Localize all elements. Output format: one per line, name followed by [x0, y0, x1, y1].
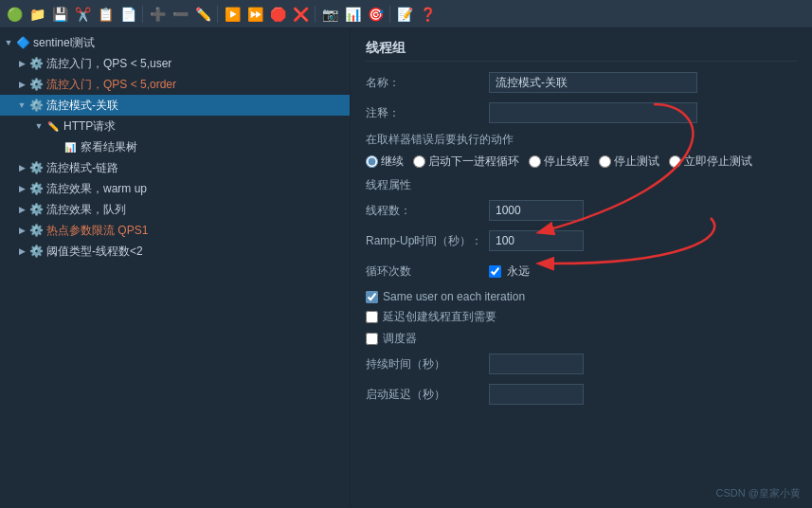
tree-arrow-flow-link: ▼: [15, 99, 28, 112]
tree-label-hotspot: 热点参数限流 QPS1: [46, 223, 148, 239]
error-action-title: 在取样器错误后要执行的动作: [366, 132, 797, 148]
tree-item-flow-chain[interactable]: ▶ ⚙️ 流控模式-链路: [0, 157, 350, 178]
tree-icon-sentinel: 🔷: [15, 35, 30, 50]
toolbar-icon-screenshot[interactable]: 📷: [319, 4, 340, 25]
main-container: ▼ 🔷 sentinel测试 ▶ ⚙️ 流控入门，QPS < 5,user ▶ …: [0, 28, 812, 508]
toolbar-icon-folder[interactable]: 📁: [27, 4, 47, 25]
toolbar: 🟢 📁 💾 ✂️ 📋 📄 ➕ ➖ ✏️ ▶️ ⏩ 🛑 ❌ 📷 📊 🎯 📝 ❓: [0, 0, 812, 28]
tree-item-result-tree[interactable]: ▶ 📊 察看结果树: [0, 136, 350, 157]
toolbar-icon-remove[interactable]: ➖: [170, 4, 190, 25]
rampup-label: Ramp-Up时间（秒）：: [366, 233, 489, 249]
radio-next-loop[interactable]: 启动下一进程循环: [413, 154, 519, 170]
tree-icon-warmup: ⚙️: [28, 181, 44, 196]
scheduler-checkbox[interactable]: [366, 333, 378, 345]
toolbar-icon-cut[interactable]: ✂️: [72, 4, 93, 25]
toolbar-icon-play[interactable]: ▶️: [222, 4, 243, 25]
comment-label: 注释：: [366, 105, 489, 121]
duration-label: 持续时间（秒）: [366, 356, 489, 372]
duration-row: 持续时间（秒）: [366, 353, 797, 375]
tree-label-result: 察看结果树: [81, 139, 137, 155]
tree-panel: ▼ 🔷 sentinel测试 ▶ ⚙️ 流控入门，QPS < 5,user ▶ …: [0, 28, 351, 508]
delay-create-checkbox[interactable]: [366, 311, 378, 323]
tree-item-flow-warmup[interactable]: ▶ ⚙️ 流控效果，warm up: [0, 178, 350, 199]
watermark: CSDN @皇家小黄: [716, 486, 801, 500]
name-label: 名称：: [366, 75, 489, 91]
radio-continue[interactable]: 继续: [366, 154, 404, 170]
start-delay-input[interactable]: [489, 384, 584, 405]
tree-label-qps-user: 流控入门，QPS < 5,user: [46, 56, 171, 72]
toolbar-icon-chart[interactable]: 📊: [342, 4, 363, 25]
tree-icon-qps-order: ⚙️: [28, 77, 44, 92]
toolbar-separator-3: [315, 6, 316, 23]
toolbar-icon-add[interactable]: ➕: [147, 4, 168, 25]
tree-arrow-queue: ▶: [15, 203, 28, 216]
toolbar-icon-paste[interactable]: 📄: [117, 4, 138, 25]
tree-arrow-threshold: ▶: [15, 245, 28, 258]
same-user-label[interactable]: Same user on each iteration: [383, 290, 525, 303]
thread-count-row: 线程数：: [366, 199, 797, 222]
error-action-options: 继续 启动下一进程循环 停止线程 停止测试 立即停止测试: [366, 154, 797, 170]
rampup-input[interactable]: [489, 230, 584, 251]
radio-stop-now[interactable]: 立即停止测试: [669, 154, 752, 170]
toolbar-icon-docs[interactable]: 📝: [394, 4, 415, 25]
thread-props-title: 线程属性: [366, 177, 797, 193]
tree-icon-http: ✏️: [45, 118, 61, 134]
tree-item-qps-order[interactable]: ▶ ⚙️ 流控入门，QPS < 5,order: [0, 74, 350, 95]
tree-icon-result: 📊: [63, 139, 78, 154]
thread-properties-section: 线程属性 线程数： Ramp-Up时间（秒）： 循环次数 永远: [366, 177, 797, 406]
same-user-checkbox[interactable]: [366, 291, 378, 303]
right-panel: 线程组 名称： 注释： 在取样器错误后要执行的动作 继续 启动下一进程循环: [351, 28, 812, 508]
start-delay-label: 启动延迟（秒）: [366, 387, 489, 403]
comment-row: 注释：: [366, 101, 797, 124]
comment-input[interactable]: [489, 102, 697, 123]
tree-item-sentinel[interactable]: ▼ 🔷 sentinel测试: [0, 32, 350, 53]
thread-count-input[interactable]: [489, 200, 584, 221]
toolbar-icon-help[interactable]: ❓: [417, 4, 438, 25]
tree-label-threshold: 阈值类型-线程数<2: [46, 244, 143, 260]
toolbar-separator-4: [389, 6, 390, 23]
name-row: 名称：: [366, 71, 797, 94]
tree-arrow-sentinel: ▼: [2, 36, 15, 49]
delay-create-label[interactable]: 延迟创建线程直到需要: [383, 309, 496, 325]
tree-icon-threshold: ⚙️: [28, 244, 44, 259]
scheduler-label[interactable]: 调度器: [383, 331, 417, 347]
toolbar-icon-fast-forward[interactable]: ⏩: [244, 4, 265, 25]
same-user-row[interactable]: Same user on each iteration: [366, 290, 797, 303]
tree-item-hotspot[interactable]: ▶ ⚙️ 热点参数限流 QPS1: [0, 220, 350, 241]
tree-icon-qps-user: ⚙️: [28, 56, 44, 71]
tree-arrow-qps-order: ▶: [15, 78, 28, 91]
duration-input[interactable]: [489, 354, 584, 374]
toolbar-icon-target[interactable]: 🎯: [365, 4, 386, 25]
toolbar-icon-edit[interactable]: ✏️: [192, 4, 213, 25]
toolbar-icon-run[interactable]: 🟢: [4, 4, 25, 25]
forever-label[interactable]: 永远: [507, 263, 530, 280]
tree-item-flow-queue[interactable]: ▶ ⚙️ 流控效果，队列: [0, 199, 350, 220]
toolbar-icon-save[interactable]: 💾: [49, 4, 70, 25]
tree-item-http-req[interactable]: ▼ ✏️ HTTP请求: [0, 116, 350, 136]
loop-label: 循环次数: [366, 263, 489, 280]
tree-arrow-qps-user: ▶: [15, 57, 28, 70]
tree-label-flow-link: 流控模式-关联: [46, 98, 118, 114]
name-input[interactable]: [489, 72, 697, 93]
tree-arrow-warmup: ▶: [15, 182, 28, 195]
scheduler-row[interactable]: 调度器: [366, 331, 797, 347]
tree-item-flow-link[interactable]: ▼ ⚙️ 流控模式-关联: [0, 95, 350, 116]
tree-label-chain: 流控模式-链路: [46, 160, 118, 176]
toolbar-icon-stop-now[interactable]: ❌: [290, 4, 311, 25]
tree-arrow-chain: ▶: [15, 161, 28, 174]
tree-item-threshold[interactable]: ▶ ⚙️ 阈值类型-线程数<2: [0, 241, 350, 262]
tree-label-queue: 流控效果，队列: [46, 202, 126, 218]
tree-label-http: HTTP请求: [63, 118, 116, 135]
toolbar-icon-stop[interactable]: 🛑: [267, 4, 288, 25]
start-delay-row: 启动延迟（秒）: [366, 383, 797, 406]
forever-row: 永远: [489, 263, 530, 280]
radio-stop-thread[interactable]: 停止线程: [529, 154, 589, 170]
forever-checkbox[interactable]: [489, 265, 501, 278]
toolbar-icon-copy[interactable]: 📋: [95, 4, 116, 25]
radio-stop-test[interactable]: 停止测试: [599, 154, 659, 170]
tree-item-qps-user[interactable]: ▶ ⚙️ 流控入门，QPS < 5,user: [0, 53, 350, 74]
tree-icon-flow-link: ⚙️: [28, 98, 44, 113]
error-action-section: 在取样器错误后要执行的动作 继续 启动下一进程循环 停止线程 停止测试: [366, 132, 797, 170]
thread-count-label: 线程数：: [366, 203, 489, 219]
delay-create-row[interactable]: 延迟创建线程直到需要: [366, 309, 797, 325]
